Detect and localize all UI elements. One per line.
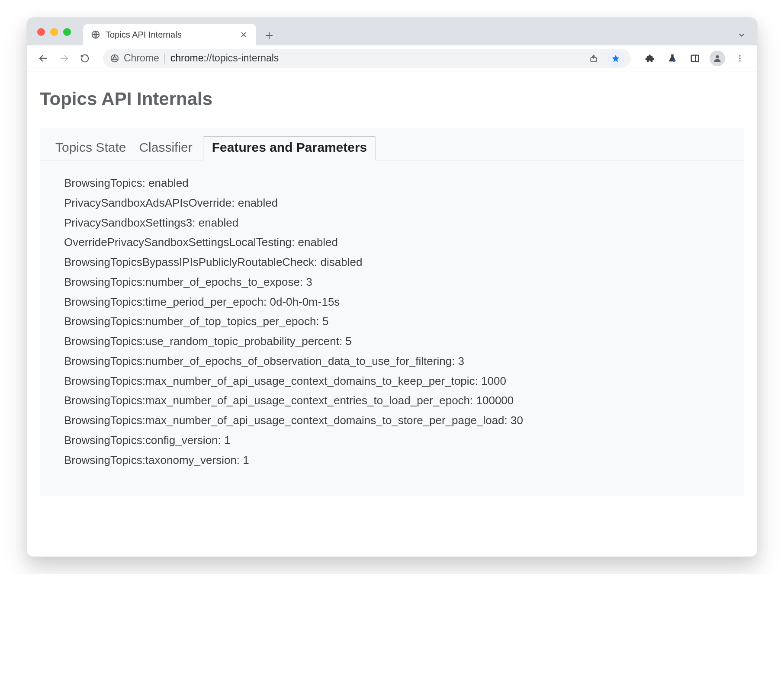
avatar-icon: [710, 51, 725, 66]
side-panel-icon[interactable]: [685, 49, 704, 68]
param-row: BrowsingTopics:max_number_of_api_usage_c…: [64, 391, 720, 411]
param-row: PrivacySandboxSettings3: enabled: [64, 213, 720, 233]
tab-features-and-parameters[interactable]: Features and Parameters: [203, 136, 376, 160]
browser-tab[interactable]: Topics API Internals: [83, 24, 256, 45]
tab-topics-state[interactable]: Topics State: [53, 137, 129, 160]
param-row: BrowsingTopics:taxonomy_version: 1: [64, 451, 720, 470]
chrome-icon: [110, 54, 119, 63]
share-icon[interactable]: [584, 49, 603, 68]
svg-point-2: [113, 57, 116, 60]
tab-strip: Topics API Internals: [27, 18, 757, 45]
param-row: PrivacySandboxAdsAPIsOverride: enabled: [64, 193, 720, 213]
param-row: OverridePrivacySandboxSettingsLocalTesti…: [64, 233, 720, 253]
param-row: BrowsingTopics:use_random_topic_probabil…: [64, 332, 720, 352]
profile-button[interactable]: [708, 49, 727, 68]
globe-icon: [91, 30, 100, 39]
param-row: BrowsingTopics:number_of_epochs_of_obser…: [64, 352, 720, 371]
param-row: BrowsingTopics: enabled: [64, 173, 720, 193]
param-row: BrowsingTopics:config_version: 1: [64, 431, 720, 451]
extensions-icon[interactable]: [640, 49, 659, 68]
labs-icon[interactable]: [663, 49, 682, 68]
feature-panel: Topics State Classifier Features and Par…: [40, 128, 744, 496]
address-bar[interactable]: Chrome | chrome://topics-internals: [103, 49, 631, 68]
param-row: BrowsingTopics:time_period_per_epoch: 0d…: [64, 292, 720, 312]
window-close-button[interactable]: [37, 28, 45, 36]
menu-button[interactable]: [730, 49, 749, 68]
toolbar: Chrome | chrome://topics-internals: [27, 45, 757, 71]
svg-rect-5: [691, 55, 699, 61]
omnibox-text: Chrome | chrome://topics-internals: [124, 52, 580, 64]
browser-window: Topics API Internals Chrome: [26, 17, 758, 557]
tabs-row: Topics State Classifier Features and Par…: [40, 128, 744, 160]
forward-button[interactable]: [55, 50, 73, 67]
tab-close-button[interactable]: [239, 30, 248, 39]
reload-button[interactable]: [76, 50, 93, 67]
svg-point-6: [716, 55, 719, 58]
svg-point-8: [739, 58, 740, 59]
param-row: BrowsingTopics:max_number_of_api_usage_c…: [64, 411, 720, 431]
omnibox-label: Chrome: [124, 52, 159, 64]
window-controls: [33, 28, 71, 45]
tab-title: Topics API Internals: [106, 30, 234, 40]
svg-point-4: [673, 59, 675, 62]
param-row: BrowsingTopics:number_of_top_topics_per_…: [64, 312, 720, 332]
page-title: Topics API Internals: [40, 89, 744, 109]
param-row: BrowsingTopics:number_of_epochs_to_expos…: [64, 272, 720, 292]
bookmark-button[interactable]: [607, 50, 624, 67]
param-row: BrowsingTopicsBypassIPIsPubliclyRoutable…: [64, 253, 720, 272]
tab-classifier[interactable]: Classifier: [136, 137, 195, 160]
tab-search-button[interactable]: [737, 31, 751, 45]
omnibox-scheme: chrome:: [170, 52, 206, 64]
omnibox-path: //topics-internals: [206, 52, 279, 64]
window-maximize-button[interactable]: [63, 28, 71, 36]
back-button[interactable]: [35, 50, 52, 67]
page-content: Topics API Internals Topics State Classi…: [27, 71, 757, 556]
param-row: BrowsingTopics:max_number_of_api_usage_c…: [64, 371, 720, 391]
parameters-list: BrowsingTopics: enabled PrivacySandboxAd…: [40, 160, 744, 496]
svg-point-7: [739, 55, 740, 56]
omnibox-divider: |: [163, 52, 167, 64]
svg-point-9: [739, 60, 740, 61]
new-tab-button[interactable]: [260, 26, 279, 45]
window-minimize-button[interactable]: [50, 28, 58, 36]
